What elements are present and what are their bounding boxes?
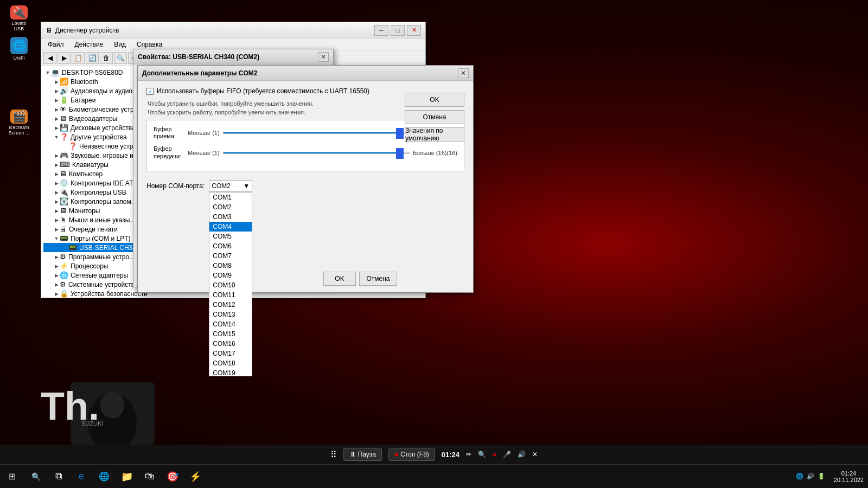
stop-label: Стоп (F8) xyxy=(400,451,429,458)
toolbar-back[interactable]: ◀ xyxy=(43,52,56,64)
tree-icon: 🔒 xyxy=(60,290,68,298)
taskbar-edge[interactable]: e xyxy=(71,466,92,487)
com-option[interactable]: COM2 xyxy=(209,202,252,212)
tray-network[interactable]: 🌐 xyxy=(796,473,803,480)
send-slider-track[interactable] xyxy=(223,152,410,154)
com-option[interactable]: COM3 xyxy=(209,212,252,222)
tree-label: Батареи xyxy=(71,97,95,104)
close-button[interactable]: ✕ xyxy=(407,25,421,36)
send-min-label: Меньше (1) xyxy=(188,150,220,156)
com-option[interactable]: COM14 xyxy=(209,319,252,329)
tray-battery[interactable]: 🔋 xyxy=(818,473,825,480)
tray-sound[interactable]: 🔊 xyxy=(807,473,814,480)
properties-titlebar: Свойства: USB-SERIAL CH340 (COM2) ✕ xyxy=(133,49,333,65)
app-icon-lovato[interactable]: 🔌 Lovato USB xyxy=(6,5,32,31)
start-button[interactable]: ⊞ xyxy=(0,465,24,489)
com-port-select[interactable]: COM2 ▼ xyxy=(209,180,252,192)
menu-help[interactable]: Справка xyxy=(132,40,167,49)
com-option[interactable]: COM10 xyxy=(209,280,252,290)
tree-label: Программные устро... xyxy=(68,253,135,261)
tree-label: Мыши и иные указы... xyxy=(69,216,135,224)
left-sidebar: 🔌 Lovato USB 🌐 UniFi 🎬 Icecream Screen .… xyxy=(0,0,38,464)
com-port-label: Номер COM-порта: xyxy=(146,182,205,190)
toolbar-properties[interactable]: 📋 xyxy=(72,52,85,64)
fifo-checkbox[interactable]: ✓ xyxy=(146,88,154,95)
inner-ok-button[interactable]: OK xyxy=(323,272,356,286)
com-option[interactable]: COM19 xyxy=(209,368,252,376)
defaults-button[interactable]: Значения по умолчанию xyxy=(405,127,464,142)
toolbar-update[interactable]: 🔄 xyxy=(86,52,99,64)
send-buffer-label: Буфер передачи: xyxy=(154,145,183,159)
com-option[interactable]: COM9 xyxy=(209,271,252,280)
tree-chevron: ▶ xyxy=(53,291,60,297)
com-option[interactable]: COM8 xyxy=(209,261,252,271)
toolbar-forward[interactable]: ▶ xyxy=(58,52,71,64)
com-option[interactable]: COM11 xyxy=(209,290,252,300)
pause-icon: ⏸ xyxy=(349,451,356,458)
com-option[interactable]: COM7 xyxy=(209,251,252,261)
taskbar-time[interactable]: 01:24 20.11.2022 xyxy=(829,470,868,483)
menu-view[interactable]: Вид xyxy=(110,40,130,49)
com-option[interactable]: COM13 xyxy=(209,310,252,319)
edit-icon: ✏ xyxy=(466,451,471,458)
maximize-button[interactable]: □ xyxy=(391,25,405,36)
taskbar-chrome[interactable]: 🌐 xyxy=(93,466,115,487)
tree-label: Другие устройства xyxy=(71,133,127,141)
tree-chevron: ▶ xyxy=(53,227,60,232)
app-icon-unifi[interactable]: 🌐 UniFi xyxy=(6,36,32,62)
receive-slider-track[interactable] xyxy=(223,132,410,134)
advanced-close-button[interactable]: ✕ xyxy=(458,68,469,78)
minimize-button[interactable]: ─ xyxy=(374,25,388,36)
th-text-overlay: Th. xyxy=(41,384,99,428)
recording-close[interactable]: ✕ xyxy=(532,451,538,458)
recording-time: 01:24 xyxy=(442,451,459,459)
zoom-icon: 🔍 xyxy=(478,451,486,458)
properties-close[interactable]: ✕ xyxy=(318,52,329,62)
clock-date: 20.11.2022 xyxy=(834,477,864,483)
com-option[interactable]: COM18 xyxy=(209,358,252,368)
search-button[interactable]: 🔍 xyxy=(24,465,48,489)
com-option[interactable]: COM15 xyxy=(209,329,252,339)
com-option[interactable]: COM5 xyxy=(209,232,252,241)
app-icon-icecream[interactable]: 🎬 Icecream Screen ... xyxy=(6,110,32,136)
com-option[interactable]: COM4 xyxy=(209,222,252,232)
inner-cancel-button[interactable]: Отмена xyxy=(359,272,397,286)
recording-dots: ⠿ xyxy=(330,450,337,460)
stop-button[interactable]: ■ Стоп (F8) xyxy=(388,448,435,461)
cancel-button[interactable]: Отмена xyxy=(405,110,464,124)
tree-icon: 💽 xyxy=(60,197,68,206)
com-option[interactable]: COM17 xyxy=(209,349,252,358)
taskbar: ⊞ 🔍 ⧉ e 🌐 📁 🛍 🎯 ⚡ 🌐 🔊 🔋 01:24 20.11.2022 xyxy=(0,464,868,488)
tree-chevron: ▶ xyxy=(53,199,60,204)
com-option[interactable]: COM1 xyxy=(209,192,252,202)
com-option[interactable]: COM12 xyxy=(209,300,252,310)
tree-label: Процессоры xyxy=(71,262,108,270)
tree-label: Дисковые устройства xyxy=(71,124,136,132)
tree-icon: 🖥 xyxy=(60,170,67,178)
toolbar-uninstall[interactable]: 🗑 xyxy=(100,52,113,64)
tree-chevron: ▶ xyxy=(53,264,60,269)
ok-button[interactable]: OK xyxy=(405,93,464,107)
toolbar-scan[interactable]: 🔍 xyxy=(114,52,127,64)
pause-button[interactable]: ⏸ Пауза xyxy=(343,448,382,461)
app-label-lovato: Lovato USB xyxy=(6,21,32,31)
menu-file[interactable]: Файл xyxy=(43,40,68,49)
taskbar-app1[interactable]: 🎯 xyxy=(162,466,183,487)
tree-icon: 🔋 xyxy=(60,96,68,104)
tree-chevron: ▶ xyxy=(53,181,60,186)
dialog-advanced: Дополнительные параметры COM2 ✕ ✓ Исполь… xyxy=(137,65,474,293)
taskbar-store[interactable]: 🛍 xyxy=(139,466,161,487)
menu-action[interactable]: Действие xyxy=(71,40,108,49)
tree-icon: 📟 xyxy=(68,243,77,252)
taskbar-taskview[interactable]: ⧉ xyxy=(48,466,69,487)
com-option[interactable]: COM16 xyxy=(209,339,252,349)
taskbar-explorer[interactable]: 📁 xyxy=(116,466,138,487)
receive-slider-thumb[interactable] xyxy=(396,128,404,139)
svg-point-2 xyxy=(100,391,124,419)
tree-chevron: ▶ xyxy=(53,208,60,214)
taskbar-app2[interactable]: ⚡ xyxy=(184,466,206,487)
tree-label: Порты (COM и LPT) xyxy=(71,235,131,242)
send-slider-thumb[interactable] xyxy=(396,148,404,159)
com-dropdown[interactable]: COM1COM2COM3COM4COM5COM6COM7COM8COM9COM1… xyxy=(209,192,252,376)
com-option[interactable]: COM6 xyxy=(209,241,252,251)
